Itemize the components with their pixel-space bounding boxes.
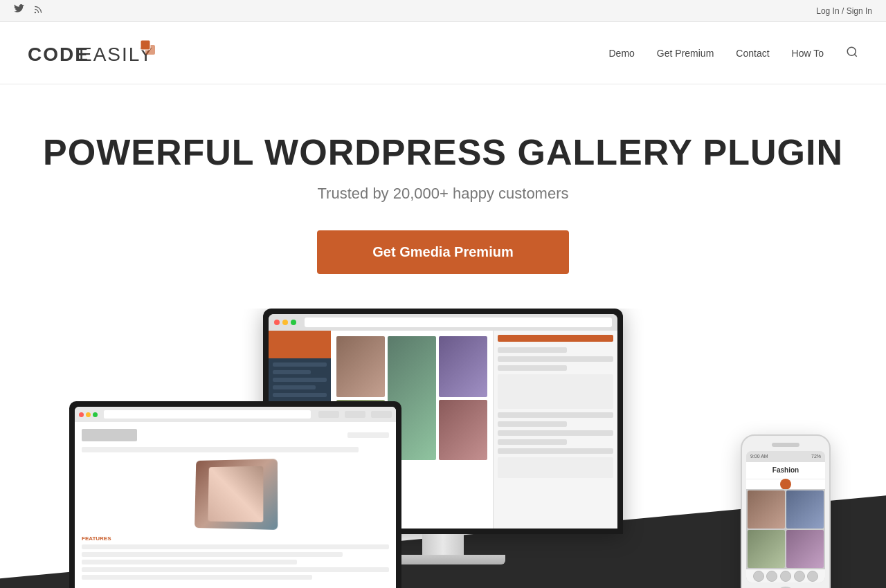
phone-action-bar <box>746 569 825 582</box>
cta-button[interactable]: Get Gmedia Premium <box>317 230 568 274</box>
hero-section: POWERFUL WORDPRESS GALLERY PLUGIN Truste… <box>0 84 886 309</box>
devices-section: FEATURES <box>0 309 886 588</box>
device-laptop: FEATURES <box>69 401 401 588</box>
social-icons <box>14 4 43 17</box>
nav-demo[interactable]: Demo <box>608 48 634 59</box>
navbar: CODE EASILY Demo Get Premium Contact How… <box>0 22 886 84</box>
logo[interactable]: CODE EASILY <box>28 35 166 72</box>
device-phone: 9:00 AM 72% Fashion <box>741 434 831 588</box>
hero-subtitle: Trusted by 20,000+ happy customers <box>28 185 858 203</box>
nav-contact[interactable]: Contact <box>736 48 769 59</box>
svg-point-0 <box>35 12 36 13</box>
hero-title: POWERFUL WORDPRESS GALLERY PLUGIN <box>28 133 858 172</box>
top-bar: Log In / Sign In <box>0 0 886 22</box>
logo-text: CODE EASILY <box>28 35 166 72</box>
phone-status-bar: 9:00 AM 72% <box>746 451 825 461</box>
phone-speaker <box>772 443 799 447</box>
phone-gallery <box>746 489 825 569</box>
search-icon[interactable] <box>846 46 858 61</box>
nav-how-to[interactable]: How To <box>792 48 824 59</box>
login-link[interactable]: Log In / Sign In <box>816 6 872 16</box>
nav-links: Demo Get Premium Contact How To <box>608 46 858 61</box>
twitter-icon[interactable] <box>14 4 25 17</box>
phone-app-header: Fashion <box>746 462 825 480</box>
rss-icon[interactable] <box>33 5 43 17</box>
svg-point-6 <box>847 47 856 55</box>
nav-get-premium[interactable]: Get Premium <box>657 48 714 59</box>
